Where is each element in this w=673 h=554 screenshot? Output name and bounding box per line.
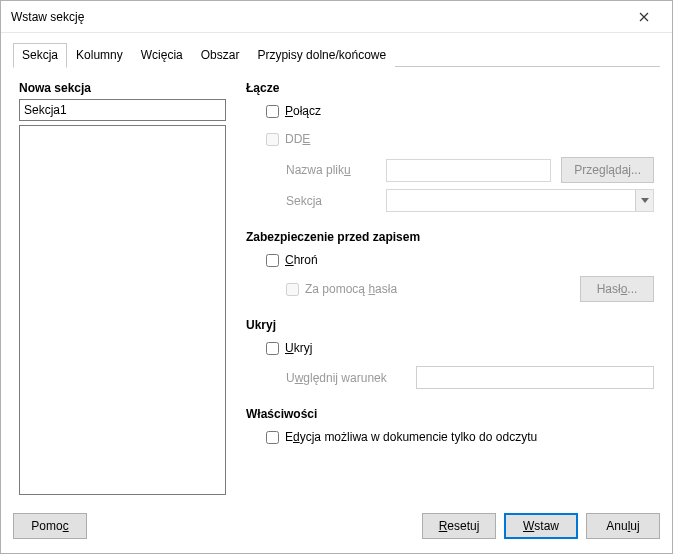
browse-button: Przeglądaj... [561, 157, 654, 183]
insert-button[interactable]: Wstaw [504, 513, 578, 539]
editable-readonly-checkbox[interactable] [266, 431, 279, 444]
tab-indents[interactable]: Wcięcia [132, 43, 192, 67]
tab-area[interactable]: Obszar [192, 43, 249, 67]
dde-checkbox-label: DDE [266, 132, 310, 146]
protect-label-text: Chroń [285, 253, 318, 267]
link-section-combo-body [387, 190, 635, 211]
condition-input[interactable] [416, 366, 654, 389]
filename-label: Nazwa pliku [286, 163, 376, 177]
connect-checkbox-label[interactable]: Połącz [266, 104, 321, 118]
dde-label-text: DDE [285, 132, 310, 146]
cancel-button[interactable]: Anuluj [586, 513, 660, 539]
section-name-input[interactable] [19, 99, 226, 121]
close-button[interactable] [624, 3, 664, 31]
properties-heading: Właściwości [246, 407, 654, 421]
group-link: Łącze Połącz DDE Nazwa [246, 81, 654, 218]
tab-columns[interactable]: Kolumny [67, 43, 132, 67]
titlebar: Wstaw sekcję [1, 1, 672, 33]
with-password-checkbox [286, 283, 299, 296]
left-column: Nowa sekcja [19, 81, 226, 495]
hide-checkbox[interactable] [266, 342, 279, 355]
with-password-label-text: Za pomocą hasła [305, 282, 397, 296]
dialog-footer: Pomoc Resetuj Wstaw Anuluj [1, 501, 672, 553]
connect-label-text: Połącz [285, 104, 321, 118]
group-hide: Ukryj Ukryj Uwględnij warunek [246, 318, 654, 395]
new-section-heading: Nowa sekcja [19, 81, 226, 95]
hide-label-text: Ukryj [285, 341, 312, 355]
tab-body: Nowa sekcja Łącze Połącz [13, 67, 660, 501]
protect-checkbox[interactable] [266, 254, 279, 267]
condition-label: Uwględnij warunek [286, 371, 406, 385]
hide-checkbox-label[interactable]: Ukryj [266, 341, 312, 355]
right-column: Łącze Połącz DDE Nazwa [246, 81, 654, 495]
editable-readonly-label-text: Edycja możliwa w dokumencie tylko do odc… [285, 430, 537, 444]
link-section-combo-button [635, 190, 653, 211]
protect-heading: Zabezpieczenie przed zapisem [246, 230, 654, 244]
tab-section[interactable]: Sekcja [13, 43, 67, 68]
reset-button[interactable]: Resetuj [422, 513, 496, 539]
dialog-window: Wstaw sekcję Sekcja Kolumny Wcięcia Obsz… [0, 0, 673, 554]
link-section-label: Sekcja [286, 194, 376, 208]
section-list[interactable] [19, 125, 226, 495]
dde-checkbox [266, 133, 279, 146]
with-password-checkbox-label: Za pomocą hasła [286, 282, 397, 296]
password-button: Hasło... [580, 276, 654, 302]
connect-checkbox[interactable] [266, 105, 279, 118]
link-section-combo [386, 189, 654, 212]
tabstrip: Sekcja Kolumny Wcięcia Obszar Przypisy d… [13, 43, 660, 67]
link-heading: Łącze [246, 81, 654, 95]
tab-footnotes[interactable]: Przypisy dolne/końcowe [248, 43, 395, 67]
close-icon [639, 12, 649, 22]
hide-heading: Ukryj [246, 318, 654, 332]
dialog-content: Sekcja Kolumny Wcięcia Obszar Przypisy d… [1, 33, 672, 501]
dialog-title: Wstaw sekcję [11, 10, 624, 24]
group-properties: Właściwości Edycja możliwa w dokumencie … [246, 407, 654, 453]
protect-checkbox-label[interactable]: Chroń [266, 253, 318, 267]
filename-input [386, 159, 551, 182]
help-button[interactable]: Pomoc [13, 513, 87, 539]
editable-readonly-checkbox-label[interactable]: Edycja możliwa w dokumencie tylko do odc… [266, 430, 537, 444]
group-protect: Zabezpieczenie przed zapisem Chroń Za po… [246, 230, 654, 306]
chevron-down-icon [641, 198, 649, 203]
